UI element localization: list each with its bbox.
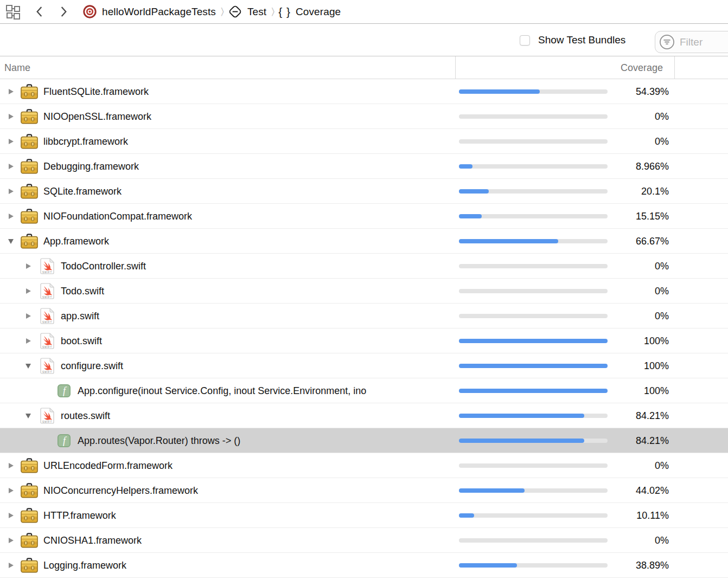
disclosure-triangle-icon[interactable] (8, 213, 14, 220)
swift-file-icon (40, 308, 54, 324)
breadcrumb-separator: 〉 (221, 6, 224, 17)
coverage-bar-track (459, 414, 608, 418)
table-row[interactable]: NIOFoundationCompat.framework 15.15% (0, 204, 728, 229)
coverage-value: 84.21% (636, 403, 669, 428)
back-icon[interactable] (35, 6, 44, 17)
row-label: routes.swift (61, 410, 110, 422)
show-test-bundles-checkbox[interactable] (520, 35, 530, 46)
table-row[interactable]: URLEncodedForm.framework 0% (0, 453, 728, 478)
table-row[interactable]: Todo.swift 0% (0, 279, 728, 304)
coverage-bar-fill (459, 513, 474, 518)
table-row[interactable]: TodoController.swift 0% (0, 254, 728, 279)
disclosure-triangle-icon[interactable] (8, 537, 14, 544)
row-label: app.swift (61, 311, 99, 322)
table-row[interactable]: App.routes(Vapor.Router) throws -> () 84… (0, 428, 728, 453)
coverage-table: FluentSQLite.framework 54.39% NIOOpenSSL… (0, 79, 728, 578)
column-divider[interactable] (455, 56, 456, 79)
coverage-bar-fill (459, 89, 540, 94)
breadcrumb-project[interactable]: helloWorldPackageTests (102, 6, 216, 18)
coverage-bar-track (459, 189, 608, 194)
coverage-bar-track (459, 164, 608, 169)
disclosure-triangle-icon[interactable] (8, 88, 14, 95)
coverage-value: 0% (655, 453, 669, 478)
filter-field[interactable]: Filter (655, 31, 728, 53)
framework-icon (21, 457, 38, 474)
disclosure-triangle-icon[interactable] (8, 188, 14, 195)
coverage-bar-fill (459, 339, 608, 343)
row-label: App.routes(Vapor.Router) throws -> () (78, 435, 240, 447)
jump-bar: helloWorldPackageTests 〉 Test 〉 { } Cove… (0, 0, 728, 24)
table-row[interactable]: libbcrypt.framework 0% (0, 129, 728, 154)
table-row[interactable]: FluentSQLite.framework 54.39% (0, 79, 728, 104)
disclosure-triangle-icon[interactable] (8, 138, 14, 145)
disclosure-triangle-icon[interactable] (8, 512, 14, 519)
disclosure-triangle-icon[interactable] (8, 163, 14, 170)
coverage-bar-track (459, 114, 608, 119)
coverage-bar-track (459, 439, 608, 443)
disclosure-triangle-icon[interactable] (8, 238, 14, 244)
framework-icon (21, 557, 38, 573)
disclosure-triangle-icon[interactable] (25, 263, 31, 269)
row-label: NIOConcurrencyHelpers.framework (43, 485, 198, 497)
show-test-bundles-label: Show Test Bundles (538, 24, 625, 56)
row-name-cell: NIOFoundationCompat.framework (0, 204, 455, 229)
row-label: URLEncodedForm.framework (43, 460, 173, 472)
disclosure-triangle-icon[interactable] (8, 462, 14, 469)
coverage-bar-track (459, 389, 608, 393)
function-icon (58, 434, 71, 447)
coverage-value: 100% (644, 378, 669, 403)
table-row[interactable]: routes.swift 84.21% (0, 403, 728, 428)
coverage-bar-fill (459, 563, 517, 568)
coverage-value: 38.89% (636, 553, 669, 578)
coverage-value: 0% (655, 304, 669, 328)
disclosure-triangle-icon[interactable] (8, 113, 14, 120)
column-divider[interactable] (674, 56, 675, 79)
row-name-cell: Debugging.framework (0, 154, 455, 179)
coverage-bar-track (459, 513, 608, 518)
framework-icon (21, 158, 38, 175)
framework-icon (21, 183, 38, 199)
coverage-value: 66.67% (636, 229, 669, 254)
swift-file-icon (40, 283, 54, 299)
row-name-cell: NIOOpenSSL.framework (0, 104, 455, 129)
table-row[interactable]: Debugging.framework 8.966% (0, 154, 728, 179)
coverage-bar-fill (459, 488, 525, 493)
breadcrumb-separator: 〉 (271, 6, 274, 17)
table-row[interactable]: HTTP.framework 10.11% (0, 503, 728, 528)
breadcrumb-page[interactable]: Coverage (296, 6, 341, 18)
table-row[interactable]: SQLite.framework 20.1% (0, 179, 728, 204)
coverage-toolbar: Show Test Bundles Filter (0, 24, 728, 56)
related-items-icon[interactable] (5, 4, 22, 20)
coverage-value: 0% (655, 528, 669, 553)
table-row[interactable]: CNIOSHA1.framework 0% (0, 528, 728, 553)
framework-icon (21, 532, 38, 549)
framework-icon (21, 208, 38, 224)
disclosure-triangle-icon[interactable] (8, 487, 14, 494)
table-row[interactable]: App.framework 66.67% (0, 229, 728, 254)
disclosure-triangle-icon[interactable] (8, 562, 14, 569)
table-row[interactable]: configure.swift 100% (0, 353, 728, 378)
disclosure-triangle-icon[interactable] (25, 338, 31, 344)
column-header-coverage[interactable]: Coverage (621, 56, 663, 79)
disclosure-triangle-icon[interactable] (25, 413, 31, 419)
coverage-value: 84.21% (636, 428, 669, 453)
row-name-cell: SQLite.framework (0, 179, 455, 204)
row-name-cell: FluentSQLite.framework (0, 79, 455, 104)
disclosure-triangle-icon[interactable] (25, 313, 31, 319)
table-row[interactable]: app.swift 0% (0, 304, 728, 328)
table-row[interactable]: App.configure(inout Service.Config, inou… (0, 378, 728, 403)
row-label: Debugging.framework (43, 161, 139, 172)
row-label: boot.swift (61, 336, 102, 347)
table-row[interactable]: Logging.framework 38.89% (0, 553, 728, 578)
coverage-value: 20.1% (641, 179, 669, 204)
table-row[interactable]: boot.swift 100% (0, 328, 728, 353)
forward-icon[interactable] (59, 6, 68, 17)
table-row[interactable]: NIOOpenSSL.framework 0% (0, 104, 728, 129)
disclosure-triangle-icon[interactable] (25, 288, 31, 294)
coverage-bar-track (459, 139, 608, 144)
column-header-name[interactable]: Name (4, 56, 30, 79)
row-label: libbcrypt.framework (43, 136, 128, 147)
table-row[interactable]: NIOConcurrencyHelpers.framework 44.02% (0, 478, 728, 503)
disclosure-triangle-icon[interactable] (25, 363, 31, 369)
breadcrumb-action[interactable]: Test (247, 6, 266, 18)
